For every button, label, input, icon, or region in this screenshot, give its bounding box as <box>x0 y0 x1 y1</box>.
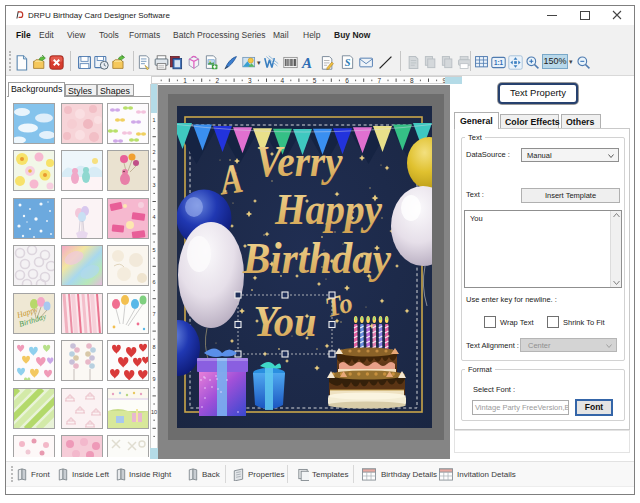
svg-text:8: 8 <box>410 77 414 84</box>
svg-text:10: 10 <box>151 409 157 415</box>
svg-text:Verry: Verry <box>256 137 343 186</box>
svg-text:You: You <box>254 297 317 346</box>
svg-text:3: 3 <box>248 77 252 84</box>
svg-text:3: 3 <box>152 182 155 188</box>
svg-text:8: 8 <box>152 344 155 350</box>
svg-text:7: 7 <box>152 311 155 317</box>
svg-text:2: 2 <box>216 77 220 84</box>
svg-text:1: 1 <box>152 117 155 123</box>
svg-text:7: 7 <box>378 77 382 84</box>
svg-text:4: 4 <box>280 77 284 84</box>
svg-text:6: 6 <box>345 77 349 84</box>
svg-text:4: 4 <box>152 214 155 220</box>
svg-text:5: 5 <box>313 77 317 84</box>
svg-text:6: 6 <box>152 279 155 285</box>
svg-text:5: 5 <box>152 247 155 253</box>
svg-text:S: S <box>345 57 351 68</box>
svg-text:A: A <box>301 55 312 71</box>
svg-text:Birthday: Birthday <box>242 234 391 283</box>
svg-text:Happy: Happy <box>274 185 382 234</box>
svg-text:1:1: 1:1 <box>494 59 504 66</box>
svg-text:1: 1 <box>183 77 187 84</box>
svg-text:9: 9 <box>152 376 155 382</box>
svg-text:2: 2 <box>152 149 155 155</box>
